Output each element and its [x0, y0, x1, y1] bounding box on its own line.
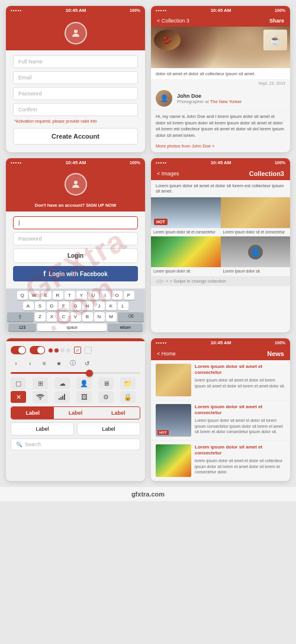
- star-icon[interactable]: ★: [53, 358, 64, 369]
- news-item-2[interactable]: HOT Lorem ipsum dolor sit amet et consec…: [151, 401, 290, 441]
- back-button-images[interactable]: < Images: [157, 171, 179, 177]
- folder-icon[interactable]: 📁: [120, 377, 136, 389]
- key-x[interactable]: X: [47, 312, 57, 322]
- news-item-1[interactable]: Lorem ipsum dolor sit amet et consectetu…: [151, 360, 290, 401]
- tab-label-2[interactable]: Label: [54, 407, 96, 419]
- key-n[interactable]: N: [94, 312, 105, 322]
- settings-icon[interactable]: ⚙: [98, 391, 114, 403]
- key-h[interactable]: H: [82, 302, 93, 310]
- share-button[interactable]: Share: [269, 18, 284, 24]
- slider-thumb[interactable]: [86, 370, 93, 377]
- key-f[interactable]: F: [59, 302, 69, 310]
- battery: 100%: [275, 8, 285, 12]
- delete-icon[interactable]: ✕: [11, 391, 26, 403]
- key-g[interactable]: G: [70, 302, 81, 310]
- author-row: 👤 John Doe Photographer at The New Yorke…: [151, 86, 290, 111]
- key-u[interactable]: U: [88, 291, 99, 300]
- cloud-icon[interactable]: ☁: [54, 377, 70, 389]
- key-m[interactable]: M: [106, 312, 117, 322]
- radio-dot-2[interactable]: [54, 348, 59, 353]
- key-i[interactable]: I: [100, 291, 111, 300]
- full-name-input[interactable]: Full Name: [13, 55, 138, 68]
- tab-label-4[interactable]: Label: [11, 422, 74, 435]
- create-form: Full Name Email Password Confirm *Activa…: [6, 50, 145, 149]
- battery: 100%: [130, 8, 140, 12]
- key-row-2: A S D F G H J K L: [7, 302, 144, 310]
- key-w[interactable]: W: [29, 291, 40, 300]
- toggle-on-2[interactable]: [30, 346, 45, 354]
- tab-label-1[interactable]: Label: [11, 407, 54, 419]
- img-caption-4: Lorem ipsum dolor sit.: [221, 267, 291, 275]
- screen-news: ••••• 10:45 AM 100% < Home News Lorem ip…: [151, 338, 290, 481]
- news-title-1: Lorem ipsum dolor sit amet et consectetu…: [195, 364, 285, 376]
- checkbox-checked[interactable]: ✓: [74, 347, 81, 354]
- slider-track[interactable]: [11, 372, 140, 374]
- key-space[interactable]: space: [37, 323, 107, 331]
- image-cell-1[interactable]: HOT Lorem ipsum dolor sit et consectetur: [151, 197, 221, 236]
- email-input[interactable]: Email: [13, 71, 138, 84]
- tab-label-5[interactable]: Label: [77, 422, 140, 435]
- login-button[interactable]: Login: [13, 248, 138, 263]
- back-button[interactable]: < Collection 3: [157, 18, 189, 24]
- key-d[interactable]: D: [47, 302, 57, 310]
- key-shift[interactable]: ⇧: [7, 312, 34, 322]
- key-v[interactable]: V: [70, 312, 81, 322]
- radio-dot-4[interactable]: [66, 348, 70, 353]
- layers-icon[interactable]: ⊞: [33, 377, 48, 389]
- key-l[interactable]: L: [118, 302, 128, 310]
- key-y[interactable]: Y: [76, 291, 87, 300]
- chevron-left-icon[interactable]: ‹: [25, 358, 36, 369]
- image-cell-4[interactable]: 👤 Lorem ipsum dolor sit.: [221, 236, 291, 275]
- username-input[interactable]: |: [13, 216, 138, 229]
- key-t[interactable]: T: [65, 291, 75, 300]
- radio-dot-3[interactable]: [60, 348, 65, 353]
- refresh-icon[interactable]: ↺: [82, 358, 92, 369]
- info-icon[interactable]: ⓘ: [67, 358, 78, 369]
- image-cell-3[interactable]: Lorem ipsum dolor sit.: [151, 236, 221, 275]
- news-item-3[interactable]: Lorem ipsum dolor sit amet et consectetu…: [151, 441, 290, 481]
- key-numbers[interactable]: 123: [8, 323, 36, 331]
- key-r[interactable]: R: [53, 291, 63, 300]
- key-o[interactable]: O: [112, 291, 123, 300]
- radio-dot-1[interactable]: [49, 348, 53, 353]
- create-account-button[interactable]: Create Account: [13, 128, 138, 145]
- key-a[interactable]: A: [23, 302, 34, 310]
- key-j[interactable]: J: [94, 302, 105, 310]
- key-z[interactable]: Z: [35, 312, 46, 322]
- facebook-login-button[interactable]: f Login with Facebook: [13, 266, 138, 281]
- tab-label-3[interactable]: Label: [97, 407, 140, 419]
- sign-up-link[interactable]: SIGN UP NOW: [86, 203, 116, 208]
- back-button-news[interactable]: < Home: [157, 351, 176, 357]
- status-bar-2: ••••• 10:45 AM 100%: [151, 6, 290, 15]
- key-delete[interactable]: ⌫: [118, 312, 144, 322]
- menu-icon[interactable]: ≡: [39, 358, 50, 369]
- time: 10:45 AM: [66, 160, 86, 165]
- checkbox-unchecked[interactable]: [85, 347, 92, 354]
- password-field[interactable]: Password: [13, 232, 138, 245]
- lock-icon[interactable]: 🔒: [120, 391, 136, 403]
- toggle-on[interactable]: [11, 346, 26, 354]
- user-icon[interactable]: 👤: [76, 377, 92, 389]
- key-e[interactable]: E: [41, 291, 52, 300]
- key-s[interactable]: S: [35, 302, 46, 310]
- chevron-right-icon[interactable]: ›: [11, 358, 21, 369]
- password-input[interactable]: Password: [13, 87, 138, 100]
- confirm-input[interactable]: Confirm: [13, 103, 138, 116]
- key-p[interactable]: P: [124, 291, 134, 300]
- key-b[interactable]: B: [82, 312, 93, 322]
- image-cell-2[interactable]: Lorem ipsum dolor sit et consectetur: [221, 197, 291, 236]
- svg-rect-5: [64, 394, 65, 400]
- photo-icon[interactable]: 🖼: [76, 391, 92, 403]
- battery: 100%: [130, 161, 140, 165]
- search-bar[interactable]: 🔍 Search: [11, 438, 140, 450]
- window-icon[interactable]: ▢: [11, 377, 26, 389]
- key-q[interactable]: Q: [17, 291, 28, 300]
- key-return[interactable]: return: [108, 323, 143, 331]
- signal-dots: •••••: [11, 8, 22, 13]
- more-photos-link[interactable]: More photos from John Doe >: [151, 142, 290, 152]
- battery: 100%: [275, 161, 285, 165]
- monitor-icon[interactable]: 🖥: [98, 377, 114, 389]
- screen-collection: ••••• 10:45 AM 100% < Collection 3 Share…: [151, 6, 290, 152]
- key-c[interactable]: C: [59, 312, 69, 322]
- key-k[interactable]: K: [106, 302, 117, 310]
